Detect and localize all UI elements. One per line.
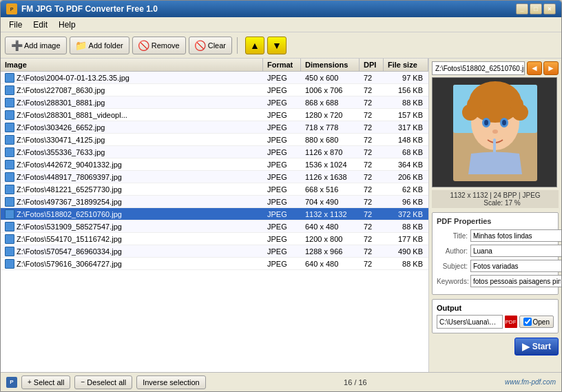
table-row[interactable]: Z:\Fotos\355336_7633.jpg JPEG 1126 x 870… bbox=[1, 146, 428, 158]
cell-dimensions: 1288 x 966 bbox=[301, 247, 360, 256]
cell-format: JPEG bbox=[263, 135, 301, 145]
cell-format: JPEG bbox=[263, 85, 301, 95]
cell-filesize: 206 KB bbox=[384, 172, 428, 182]
move-up-button[interactable]: ▲ bbox=[245, 37, 264, 54]
cell-dimensions: 1280 x 720 bbox=[301, 110, 360, 120]
keywords-input[interactable] bbox=[470, 275, 561, 287]
table-row[interactable]: Z:\Fotos\554170_15116742.jpg JPEG 1200 x… bbox=[1, 233, 428, 245]
move-down-button[interactable]: ▼ bbox=[267, 37, 287, 54]
col-header-dimensions[interactable]: Dimensions bbox=[301, 59, 360, 71]
cell-dpi: 72 bbox=[360, 197, 384, 207]
maximize-button[interactable]: □ bbox=[530, 3, 542, 14]
table-row[interactable]: Z:\Fotos\227087_8630.jpg JPEG 1006 x 706… bbox=[1, 84, 428, 96]
menu-edit[interactable]: Edit bbox=[28, 19, 53, 31]
table-row[interactable]: Z:\Fotos\518802_62510760.jpg JPEG 1132 x… bbox=[1, 208, 428, 220]
cell-format: JPEG bbox=[263, 209, 301, 219]
table-row[interactable]: Z:\Fotos\579616_30664727.jpg JPEG 640 x … bbox=[1, 258, 428, 270]
file-list-panel: Image Format Dimensions DPI File size Z:… bbox=[1, 59, 429, 372]
cell-dimensions: 1126 x 1638 bbox=[301, 172, 360, 182]
cell-format: JPEG bbox=[263, 222, 301, 231]
cell-filesize: 88 KB bbox=[384, 259, 428, 269]
cell-dpi: 72 bbox=[360, 209, 384, 219]
preview-prev-button[interactable]: ◄ bbox=[527, 61, 542, 75]
table-row[interactable]: Z:\Fotos\303426_6652.jpg JPEG 718 x 778 … bbox=[1, 121, 428, 134]
subject-input[interactable] bbox=[470, 260, 561, 272]
title-input[interactable] bbox=[470, 229, 561, 242]
keywords-label: Keywords: bbox=[437, 278, 468, 285]
table-row[interactable]: Z:\Fotos\531909_58527547.jpg JPEG 640 x … bbox=[1, 220, 428, 233]
cell-dpi: 72 bbox=[360, 123, 384, 132]
cell-dimensions: 1200 x 800 bbox=[301, 234, 360, 244]
deselect-all-button[interactable]: − Deselect all bbox=[74, 375, 132, 389]
file-list-header: Image Format Dimensions DPI File size bbox=[1, 59, 428, 72]
col-header-image[interactable]: Image bbox=[1, 59, 263, 71]
cell-image: Z:\Fotos\288301_8881_videopl... bbox=[1, 110, 263, 121]
cell-image: Z:\Fotos\355336_7633.jpg bbox=[1, 147, 263, 158]
table-row[interactable]: Z:\Fotos\497367_31899254.jpg JPEG 704 x … bbox=[1, 196, 428, 208]
cell-filesize: 317 KB bbox=[384, 123, 428, 132]
cell-format: JPEG bbox=[263, 73, 301, 83]
preview-nav: ◄ ► bbox=[527, 61, 559, 75]
cell-dpi: 72 bbox=[360, 172, 384, 182]
cell-image: Z:\Fotos\554170_15116742.jpg bbox=[1, 234, 263, 245]
table-row[interactable]: Z:\Fotos\2004-07-01-13.25.35.jpg JPEG 45… bbox=[1, 72, 428, 84]
select-all-button[interactable]: + Select all bbox=[21, 375, 70, 389]
cell-image: Z:\Fotos\518802_62510760.jpg bbox=[1, 209, 263, 220]
cell-dimensions: 1536 x 1024 bbox=[301, 160, 360, 169]
open-button[interactable]: Open bbox=[519, 316, 554, 328]
file-count: 16 / 16 bbox=[344, 378, 367, 386]
add-image-button[interactable]: ➕ Add image bbox=[5, 37, 67, 54]
file-icon bbox=[5, 197, 14, 207]
menu-help[interactable]: Help bbox=[53, 19, 81, 31]
cell-dpi: 72 bbox=[360, 85, 384, 95]
cell-dpi: 72 bbox=[360, 135, 384, 145]
prog-icon: P bbox=[6, 377, 17, 388]
start-button[interactable]: ▶ Start bbox=[514, 338, 559, 355]
table-row[interactable]: Z:\Fotos\330471_4125.jpg JPEG 880 x 680 … bbox=[1, 134, 428, 146]
cell-dpi: 72 bbox=[360, 259, 384, 269]
open-checkbox[interactable] bbox=[523, 318, 532, 326]
menu-file[interactable]: File bbox=[3, 19, 28, 31]
remove-button[interactable]: 🚫 Remove bbox=[132, 37, 186, 54]
output-path-input[interactable] bbox=[437, 315, 503, 329]
cell-dpi: 72 bbox=[360, 147, 384, 157]
output-section: Output PDF Open bbox=[432, 299, 559, 333]
file-icon bbox=[5, 73, 14, 83]
cell-image: Z:\Fotos\448917_78069397.jpg bbox=[1, 172, 263, 183]
cell-filesize: 62 KB bbox=[384, 185, 428, 194]
cell-dpi: 72 bbox=[360, 160, 384, 169]
cell-filesize: 156 KB bbox=[384, 85, 428, 95]
table-row[interactable]: Z:\Fotos\288301_8881.jpg JPEG 868 x 688 … bbox=[1, 96, 428, 109]
preview-path: Z:\Fotos\518802_62510760.jpg bbox=[432, 61, 525, 75]
table-row[interactable]: Z:\Fotos\288301_8881_videopl... JPEG 128… bbox=[1, 109, 428, 121]
col-header-format[interactable]: Format bbox=[263, 59, 301, 71]
close-button[interactable]: × bbox=[543, 3, 556, 14]
col-header-dpi[interactable]: DPI bbox=[360, 59, 384, 71]
cell-image: Z:\Fotos\481221_65257730.jpg bbox=[1, 184, 263, 195]
title-label: Title: bbox=[437, 232, 468, 240]
cell-format: JPEG bbox=[263, 185, 301, 194]
table-row[interactable]: Z:\Fotos\448917_78069397.jpg JPEG 1126 x… bbox=[1, 171, 428, 183]
cell-format: JPEG bbox=[263, 98, 301, 107]
clear-button[interactable]: 🚫 Clear bbox=[189, 37, 232, 54]
file-icon bbox=[5, 234, 14, 244]
file-list[interactable]: Z:\Fotos\2004-07-01-13.25.35.jpg JPEG 45… bbox=[1, 72, 428, 372]
select-all-icon: + bbox=[28, 378, 32, 386]
file-icon bbox=[5, 222, 14, 231]
author-input[interactable] bbox=[470, 245, 561, 257]
add-folder-button[interactable]: 📁 Add folder bbox=[70, 37, 129, 54]
table-row[interactable]: Z:\Fotos\442672_90401332.jpg JPEG 1536 x… bbox=[1, 158, 428, 171]
output-row: PDF Open bbox=[437, 315, 554, 329]
inverse-selection-button[interactable]: Inverse selection bbox=[136, 375, 206, 389]
cell-format: JPEG bbox=[263, 110, 301, 120]
add-image-icon: ➕ bbox=[11, 40, 22, 51]
cell-dpi: 72 bbox=[360, 234, 384, 244]
start-area: ▶ Start bbox=[432, 338, 559, 355]
preview-next-button[interactable]: ► bbox=[543, 61, 559, 75]
preview-info: 1132 x 1132 | 24 BPP | JPEG Scale: 17 % bbox=[432, 190, 559, 208]
preview-header: Z:\Fotos\518802_62510760.jpg ◄ ► bbox=[432, 61, 559, 75]
table-row[interactable]: Z:\Fotos\570547_86960334.jpg JPEG 1288 x… bbox=[1, 245, 428, 258]
table-row[interactable]: Z:\Fotos\481221_65257730.jpg JPEG 668 x … bbox=[1, 183, 428, 196]
col-header-filesize[interactable]: File size bbox=[384, 59, 428, 71]
minimize-button[interactable]: _ bbox=[516, 3, 528, 14]
